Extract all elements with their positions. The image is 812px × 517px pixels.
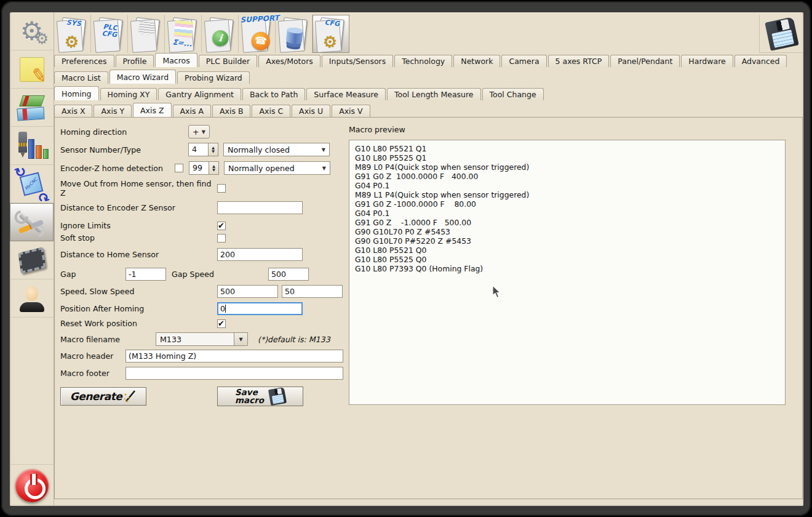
- sidebar-power-slot: [10, 464, 54, 506]
- chevron-down-icon[interactable]: ▼: [234, 333, 247, 345]
- tab-homing[interactable]: Homing: [54, 86, 99, 100]
- tab-macro-list[interactable]: Macro List: [54, 71, 108, 84]
- tab-plc-builder[interactable]: PLC Builder: [199, 55, 257, 67]
- tab-profile[interactable]: Profile: [116, 55, 154, 67]
- tab-probing-wizard[interactable]: Probing Wizard: [177, 71, 250, 84]
- tab-axis-v[interactable]: Axis V: [332, 105, 370, 117]
- encoder-z-spinner[interactable]: 99 ▲▼: [189, 161, 219, 175]
- gear-small-icon: ⚙: [35, 30, 49, 47]
- tab-gantry-alignment[interactable]: Gantry Alignment: [158, 88, 241, 100]
- ignore-limits-label: Ignore Limits: [60, 221, 217, 230]
- tab-axis-z[interactable]: Axis Z: [133, 103, 171, 117]
- tools-icon: [18, 208, 46, 236]
- axis-z-panel: Homing direction + ▼ Sensor Number/Type …: [54, 117, 803, 499]
- formulas-document-icon: Σ=...: [170, 17, 196, 50]
- note-icon: ✎: [20, 57, 44, 82]
- tab-axis-x[interactable]: Axis X: [54, 105, 92, 117]
- reset-work-checkbox[interactable]: [217, 319, 226, 328]
- position-after-input[interactable]: 0: [217, 302, 303, 315]
- toolbar-cfg-button[interactable]: CFG ⚙: [312, 15, 349, 53]
- spinner-arrows-icon[interactable]: ▲▼: [208, 143, 218, 156]
- sidebar-item-rotate-screen[interactable]: ↻ MyCNC ↻: [10, 165, 54, 203]
- slow-speed-input[interactable]: 50: [282, 285, 343, 298]
- tab-tool-change[interactable]: Tool Change: [482, 88, 544, 100]
- gap-speed-input[interactable]: 500: [268, 268, 309, 281]
- tab-surface-measure[interactable]: Surface Measure: [306, 88, 386, 100]
- tab-inputs-sensors[interactable]: Inputs/Sensors: [322, 55, 393, 67]
- tab-network[interactable]: Network: [453, 55, 500, 67]
- dist-home-input[interactable]: 200: [217, 248, 303, 261]
- toolbar-plc-cfg-button[interactable]: PLC CFG: [91, 15, 128, 53]
- pencil-icon: ✎: [30, 63, 49, 87]
- toolbar-database-button[interactable]: [276, 15, 312, 53]
- sidebar-item-statistics[interactable]: [10, 127, 54, 165]
- sensor-type-select[interactable]: Normally closed ▼: [223, 143, 330, 156]
- tab-axis-a[interactable]: Axis A: [173, 105, 211, 117]
- sensor-number-spinner[interactable]: 4 ▲▼: [188, 143, 218, 156]
- tab-axis-c[interactable]: Axis C: [252, 105, 290, 117]
- tab-axis-b[interactable]: Axis B: [212, 105, 250, 117]
- macro-tabs: Macro ListMacro WizardProbing Wizard: [54, 67, 803, 84]
- toolbar-sys-settings-button[interactable]: SYS ⚙: [54, 15, 91, 53]
- toolbar-support-button[interactable]: SUPPORT ☎: [239, 15, 276, 53]
- sidebar-item-settings[interactable]: ⚙ ⚙: [10, 12, 54, 50]
- macro-preview-section: Macro preview G10 L80 P5521 Q1 G10 L80 P…: [344, 118, 802, 499]
- spinner-arrows-icon[interactable]: ▲▼: [209, 162, 218, 174]
- database-icon: [285, 27, 303, 45]
- tab-homing-xy[interactable]: Homing XY: [100, 88, 157, 100]
- toolbar-text-doc-button[interactable]: [128, 15, 165, 53]
- speed-input[interactable]: 500: [217, 285, 278, 298]
- move-out-label: Move Out from Home sensor, then find Z: [60, 179, 217, 198]
- toolbar-macro-formulas-button[interactable]: Σ=...: [165, 15, 202, 53]
- generate-button[interactable]: Generate: [60, 387, 146, 406]
- macro-header-input[interactable]: (M133 Homing Z): [125, 350, 343, 363]
- toolbar-save-button[interactable]: [759, 15, 803, 53]
- sensor-number-label: Sensor Number/Type: [60, 145, 188, 154]
- gap-input[interactable]: -1: [125, 268, 166, 281]
- power-button[interactable]: [15, 469, 49, 502]
- chart-pen-icon: [17, 132, 47, 160]
- tab-camera[interactable]: Camera: [501, 55, 546, 67]
- tab-advanced[interactable]: Advanced: [734, 55, 787, 67]
- app-content: ⚙ ⚙ ✎ ↻ MyCNC ↻: [10, 12, 803, 506]
- sidebar-item-tools[interactable]: [10, 203, 54, 241]
- homing-direction-select[interactable]: + ▼: [188, 125, 210, 138]
- tab-hardware[interactable]: Hardware: [681, 55, 733, 67]
- macro-filename-select[interactable]: M133 ▼: [156, 332, 248, 346]
- toolbar-info-button[interactable]: i: [202, 15, 239, 53]
- tab-macros[interactable]: Macros: [155, 53, 197, 67]
- save-macro-button[interactable]: Save macro: [217, 387, 303, 406]
- dist-encoder-label: Distance to Encoder Z Sensor: [60, 203, 217, 212]
- tab-technology[interactable]: Technology: [394, 55, 452, 67]
- tab-tool-length-measure[interactable]: Tool Length Measure: [387, 88, 480, 100]
- homing-direction-label: Homing direction: [60, 127, 188, 137]
- tab-macro-wizard[interactable]: Macro Wizard: [109, 70, 176, 84]
- document-icon: CFG ⚙: [317, 17, 344, 50]
- sidebar-item-manuals[interactable]: [10, 89, 54, 127]
- phone-icon: ☎: [250, 31, 271, 51]
- gear-icon: ⚙: [60, 33, 84, 51]
- sidebar-item-user[interactable]: [10, 279, 54, 318]
- tab-axis-y[interactable]: Axis Y: [94, 105, 132, 117]
- macro-footer-label: Macro footer: [60, 369, 125, 378]
- ignore-limits-checkbox[interactable]: [217, 222, 226, 230]
- encoder-z-checkbox[interactable]: [175, 164, 183, 172]
- speed-label: Speed, Slow Speed: [60, 287, 217, 296]
- sidebar-item-hardware[interactable]: [10, 241, 54, 279]
- tab-back-to-path[interactable]: Back to Path: [242, 88, 305, 100]
- tab-5-axes-rtcp[interactable]: 5 axes RTCP: [548, 55, 610, 67]
- sidebar-item-edit-note[interactable]: ✎: [10, 50, 54, 89]
- tab-axes-motors[interactable]: Axes/Motors: [258, 55, 320, 67]
- books-icon: [17, 94, 47, 121]
- macro-footer-input[interactable]: [125, 367, 343, 380]
- gear-icon: ⚙: [318, 33, 342, 51]
- dist-encoder-input[interactable]: [217, 201, 303, 214]
- tab-preferences[interactable]: Preferences: [54, 55, 114, 67]
- macro-preview-text[interactable]: G10 L80 P5521 Q1 G10 L80 P5525 Q1 M89 L0…: [349, 140, 786, 405]
- move-out-checkbox[interactable]: [217, 184, 226, 193]
- encoder-z-type-select[interactable]: Normally opened ▼: [224, 161, 330, 175]
- soft-stop-checkbox[interactable]: [217, 234, 226, 242]
- tab-panel-pendant[interactable]: Panel/Pendant: [610, 55, 680, 67]
- homing-direction-value: +: [193, 127, 199, 137]
- tab-axis-u[interactable]: Axis U: [292, 105, 330, 117]
